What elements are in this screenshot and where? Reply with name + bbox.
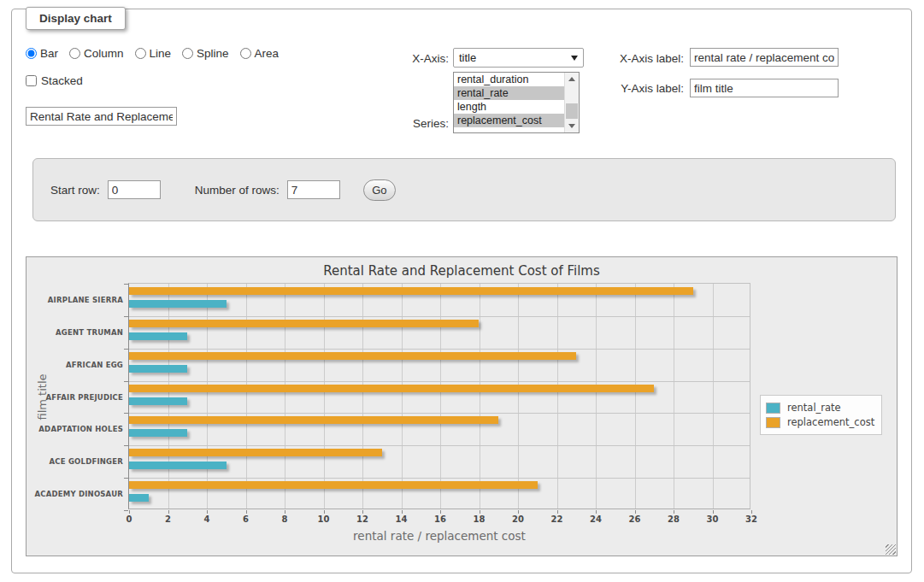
x-axis-tick <box>246 510 247 514</box>
x-tick-label: 24 <box>581 514 610 524</box>
y-axis-label-input[interactable] <box>690 79 839 97</box>
start-row-caption: Start row: <box>50 184 100 197</box>
legend-swatch-rental_rate <box>766 403 780 414</box>
stacked-label: Stacked <box>41 74 83 87</box>
gridline-horizontal <box>129 381 750 382</box>
chart-type-radio-bar[interactable] <box>26 48 37 59</box>
series-caption: Series: <box>368 117 449 130</box>
chart-type-label: Column <box>84 47 124 60</box>
chart-type-option-area[interactable]: Area <box>240 47 280 60</box>
series-listbox[interactable]: rental_durationrental_ratelengthreplacem… <box>453 72 580 133</box>
y-category-label: AIRPLANE SIERRA <box>27 296 123 304</box>
x-axis-label-caption: X-Axis label: <box>596 52 684 65</box>
scroll-down-button[interactable] <box>565 120 579 132</box>
series-option-rental_rate[interactable]: rental_rate <box>454 86 579 100</box>
x-tick-label: 32 <box>737 514 766 524</box>
chart-container: Rental Rate and Replacement Cost of Film… <box>26 256 898 556</box>
x-tick-label: 22 <box>543 514 572 524</box>
y-axis-tick <box>124 413 128 414</box>
gridline-horizontal <box>129 478 750 479</box>
gridline-vertical <box>674 284 674 509</box>
x-axis-tick <box>207 510 208 514</box>
chart-type-option-bar[interactable]: Bar <box>26 47 58 60</box>
chart-type-radio-line[interactable] <box>135 48 146 59</box>
x-axis-select-value: title <box>459 51 571 64</box>
y-axis-tick <box>124 349 128 350</box>
gridline-vertical <box>557 284 558 509</box>
x-tick-label: 0 <box>115 514 144 524</box>
bar-rental_rate <box>129 461 227 469</box>
row-range-panel: Start row: Number of rows: Go <box>32 158 896 221</box>
gridline-vertical <box>402 284 403 509</box>
y-category-label: AFRICAN EGG <box>27 361 123 369</box>
bar-replacement_cost <box>129 287 693 295</box>
chart-x-axis-title: rental rate / replacement cost <box>128 529 750 543</box>
bar-rental_rate <box>129 429 187 437</box>
chart-type-radio-group: BarColumnLineSplineArea <box>26 47 279 60</box>
y-category-label: ACE GOLDFINGER <box>27 457 123 466</box>
x-axis-select[interactable]: title <box>453 48 584 68</box>
chart-type-label: Spline <box>197 47 229 60</box>
x-tick-label: 10 <box>309 514 338 524</box>
bar-replacement_cost <box>129 416 498 424</box>
chart-type-radio-column[interactable] <box>69 48 80 59</box>
stacked-checkbox[interactable] <box>26 75 37 86</box>
bar-replacement_cost <box>129 320 479 327</box>
chart-type-option-line[interactable]: Line <box>135 47 172 60</box>
y-axis-tick <box>124 510 128 511</box>
series-option-rental_duration[interactable]: rental_duration <box>454 73 579 86</box>
x-tick-label: 16 <box>426 514 455 524</box>
x-tick-label: 26 <box>621 514 650 524</box>
x-axis-tick <box>713 510 714 514</box>
gridline-vertical <box>518 284 519 509</box>
chart-type-radio-area[interactable] <box>240 48 251 59</box>
gridline-vertical <box>285 284 285 509</box>
gridline-vertical <box>713 284 714 509</box>
series-scrollbar[interactable] <box>564 73 579 132</box>
series-option-length[interactable]: length <box>454 100 579 114</box>
chart-type-option-spline[interactable]: Spline <box>182 47 229 60</box>
legend-label: rental_rate <box>787 402 841 414</box>
x-axis-tick <box>440 510 441 514</box>
bar-replacement_cost <box>129 449 382 456</box>
bar-replacement_cost <box>129 385 654 392</box>
x-tick-label: 6 <box>232 514 261 524</box>
gridline-vertical <box>596 284 597 509</box>
x-axis-tick <box>402 510 403 514</box>
x-axis-tick <box>285 510 285 514</box>
bar-rental_rate <box>129 300 227 308</box>
legend-entry-rental_rate: rental_rate <box>766 402 874 414</box>
chart-title-input[interactable] <box>26 107 177 126</box>
x-axis-tick <box>557 510 558 514</box>
x-axis-tick <box>129 510 130 514</box>
y-category-label: AGENT TRUMAN <box>27 328 123 337</box>
x-tick-label: 28 <box>659 514 688 524</box>
x-axis-tick <box>635 510 636 514</box>
fieldset-legend: Display chart <box>26 7 126 30</box>
series-option-replacement_cost[interactable]: replacement_cost <box>454 114 579 127</box>
x-axis-tick <box>168 510 169 514</box>
chart-type-option-column[interactable]: Column <box>69 47 124 60</box>
gridline-horizontal <box>129 349 750 350</box>
start-row-input[interactable] <box>108 180 161 199</box>
scrollbar-thumb[interactable] <box>566 103 578 119</box>
x-tick-label: 12 <box>348 514 377 524</box>
x-axis-tick <box>674 510 674 514</box>
chart-type-radio-spline[interactable] <box>182 48 193 59</box>
go-button[interactable]: Go <box>363 179 396 201</box>
x-axis-tick <box>518 510 519 514</box>
gridline-vertical <box>168 284 169 509</box>
y-axis-tick <box>124 284 128 285</box>
scroll-up-button[interactable] <box>565 73 579 85</box>
chart-plot-area: 02468101214161820222426283032AIRPLANE SI… <box>128 283 750 509</box>
scroll-up-icon <box>568 77 575 81</box>
legend-entry-replacement_cost: replacement_cost <box>766 416 874 428</box>
resize-grip-icon[interactable] <box>886 544 896 555</box>
chart-title: Rental Rate and Replacement Cost of Film… <box>26 263 897 279</box>
bar-replacement_cost <box>129 352 576 360</box>
x-axis-tick <box>596 510 597 514</box>
x-axis-label-input[interactable] <box>690 48 839 67</box>
x-axis-tick <box>324 510 325 514</box>
gridline-horizontal <box>129 413 750 414</box>
number-of-rows-input[interactable] <box>287 180 340 199</box>
